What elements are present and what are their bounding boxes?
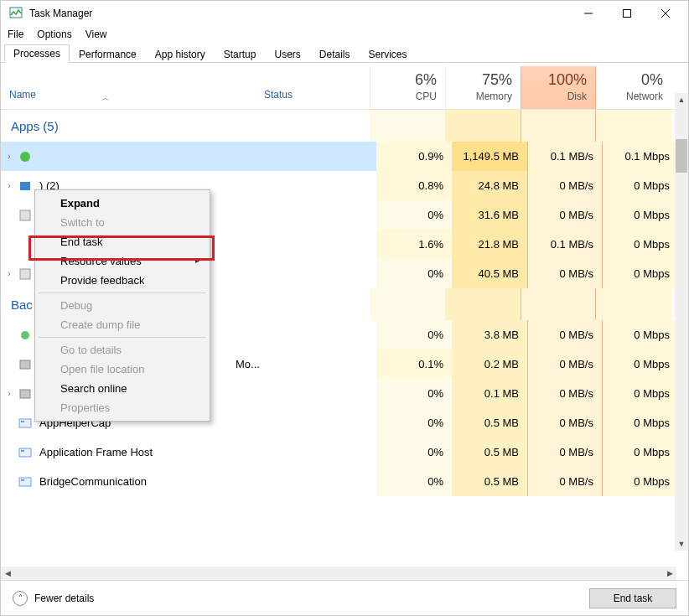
col-network[interactable]: 0% Network bbox=[596, 66, 671, 109]
svg-rect-8 bbox=[20, 269, 30, 279]
menubar: File Options View bbox=[1, 26, 688, 43]
svg-rect-12 bbox=[19, 419, 31, 427]
tab-startup[interactable]: Startup bbox=[215, 45, 266, 63]
app-icon bbox=[18, 179, 33, 194]
fewer-details-button[interactable]: ˄ Fewer details bbox=[13, 591, 94, 606]
svg-rect-15 bbox=[21, 450, 24, 452]
end-task-button[interactable]: End task bbox=[589, 588, 676, 608]
process-row[interactable]: › 0.9% 1,149.5 MB 0.1 MB/s 0.1 Mbps bbox=[1, 142, 688, 171]
titlebar: Task Manager bbox=[1, 1, 688, 26]
close-button[interactable] bbox=[646, 1, 685, 26]
sort-chevron-icon: ︿ bbox=[101, 92, 110, 104]
app-icon bbox=[18, 474, 33, 489]
column-headers: ︿ Name Status 6% CPU 75% Memory 100% Dis… bbox=[1, 63, 688, 110]
ctx-go-to-details: Go to details bbox=[37, 340, 208, 360]
process-name: Application Frame Host bbox=[39, 446, 267, 458]
col-name[interactable]: ︿ Name bbox=[1, 89, 261, 109]
tab-processes[interactable]: Processes bbox=[4, 44, 70, 63]
svg-rect-7 bbox=[20, 210, 30, 220]
process-row[interactable]: BridgeCommunication 0% 0.5 MB 0 MB/s 0 M… bbox=[1, 467, 688, 496]
app-icon bbox=[18, 416, 33, 431]
scroll-right-icon[interactable]: ▶ bbox=[663, 567, 676, 580]
scroll-thumb[interactable] bbox=[676, 139, 687, 173]
disk-cell: 0.1 MB/s bbox=[527, 142, 603, 171]
ctx-open-file-location: Open file location bbox=[37, 360, 208, 379]
process-row[interactable]: Application Frame Host 0% 0.5 MB 0 MB/s … bbox=[1, 437, 688, 467]
cpu-cell: 0.9% bbox=[376, 142, 452, 171]
app-icon bbox=[18, 328, 33, 343]
ctx-end-task[interactable]: End task bbox=[37, 232, 208, 251]
ctx-search-online[interactable]: Search online bbox=[37, 379, 208, 398]
svg-rect-17 bbox=[21, 479, 24, 481]
app-icon bbox=[18, 237, 33, 252]
context-menu: Expand Switch to End task Resource value… bbox=[34, 189, 210, 422]
ctx-expand[interactable]: Expand bbox=[37, 194, 208, 213]
chevron-right-icon[interactable]: › bbox=[1, 152, 18, 161]
mem-cell: 1,149.5 MB bbox=[452, 142, 527, 171]
app-icon bbox=[18, 357, 33, 372]
chevron-right-icon[interactable]: › bbox=[1, 181, 18, 190]
group-apps: Apps (5) bbox=[1, 110, 688, 142]
chevron-right-icon: ▸ bbox=[195, 256, 199, 265]
col-cpu[interactable]: 6% CPU bbox=[370, 66, 445, 109]
maximize-button[interactable] bbox=[608, 1, 646, 26]
ctx-debug: Debug bbox=[37, 296, 208, 315]
svg-rect-2 bbox=[624, 10, 631, 18]
menu-view[interactable]: View bbox=[85, 28, 107, 40]
col-disk[interactable]: 100% Disk bbox=[521, 66, 596, 109]
tab-users[interactable]: Users bbox=[265, 45, 309, 63]
app-icon bbox=[18, 149, 33, 164]
net-cell: 0.1 Mbps bbox=[603, 142, 678, 171]
col-status[interactable]: Status bbox=[261, 89, 370, 109]
tab-app-history[interactable]: App history bbox=[146, 45, 215, 63]
chevron-right-icon[interactable]: › bbox=[1, 269, 18, 278]
scroll-left-icon[interactable]: ◀ bbox=[1, 567, 14, 580]
svg-rect-14 bbox=[19, 448, 31, 457]
app-icon bbox=[18, 208, 33, 223]
ctx-provide-feedback[interactable]: Provide feedback bbox=[37, 271, 208, 290]
chevron-up-icon: ˄ bbox=[13, 591, 28, 606]
svg-rect-6 bbox=[20, 182, 30, 190]
process-name: Mo... bbox=[236, 358, 267, 370]
tab-details[interactable]: Details bbox=[310, 45, 360, 63]
window-title: Task Manager bbox=[29, 8, 92, 19]
app-icon bbox=[18, 386, 33, 401]
svg-rect-16 bbox=[19, 478, 31, 486]
menu-file[interactable]: File bbox=[8, 28, 23, 40]
svg-rect-13 bbox=[21, 421, 24, 422]
taskmanager-icon bbox=[9, 6, 24, 21]
menu-options[interactable]: Options bbox=[37, 28, 71, 40]
tab-performance[interactable]: Performance bbox=[70, 45, 146, 63]
vertical-scrollbar[interactable]: ▲ ▼ bbox=[675, 93, 688, 551]
svg-rect-10 bbox=[20, 360, 30, 369]
col-memory[interactable]: 75% Memory bbox=[445, 66, 521, 109]
scroll-down-icon[interactable]: ▼ bbox=[675, 537, 688, 551]
footer: ˄ Fewer details End task bbox=[1, 580, 688, 615]
scroll-up-icon[interactable]: ▲ bbox=[675, 93, 688, 106]
chevron-right-icon[interactable]: › bbox=[1, 389, 18, 398]
ctx-create-dump: Create dump file bbox=[37, 315, 208, 334]
ctx-resource-values[interactable]: Resource values ▸ bbox=[37, 251, 208, 271]
minimize-button[interactable] bbox=[569, 1, 608, 26]
process-name: BridgeCommunication bbox=[39, 475, 267, 488]
app-icon bbox=[18, 267, 33, 282]
horizontal-scrollbar[interactable]: ◀ ▶ bbox=[1, 567, 676, 580]
svg-rect-11 bbox=[20, 390, 30, 398]
ctx-properties: Properties bbox=[37, 398, 208, 417]
svg-point-9 bbox=[21, 331, 29, 339]
svg-point-5 bbox=[20, 152, 30, 162]
tab-services[interactable]: Services bbox=[360, 45, 417, 63]
ctx-switch-to: Switch to bbox=[37, 213, 208, 232]
app-icon bbox=[18, 445, 33, 460]
tab-strip: Processes Performance App history Startu… bbox=[1, 43, 688, 63]
